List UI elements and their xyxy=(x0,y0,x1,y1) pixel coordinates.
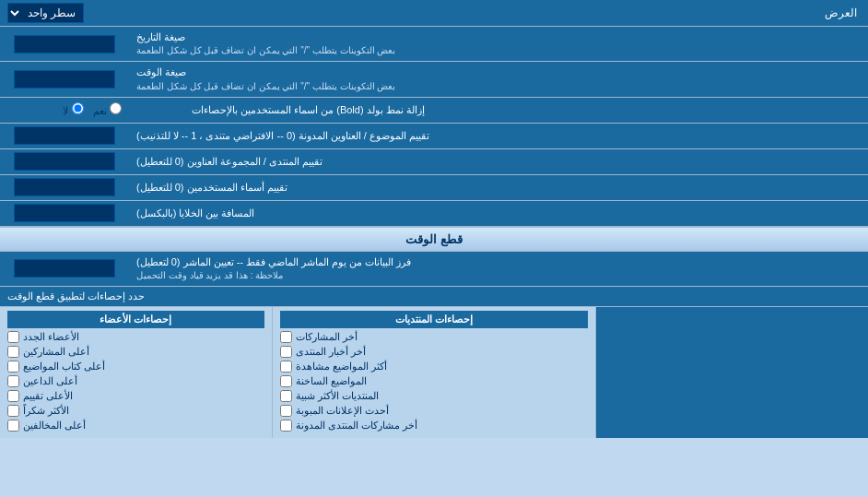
time-format-input[interactable]: H:i xyxy=(14,70,115,89)
checkbox-similar-forums[interactable] xyxy=(280,390,292,402)
checkbox-item-new-members: الأعضاء الجدد xyxy=(7,331,264,343)
checkbox-top-writers[interactable] xyxy=(7,361,19,373)
checkbox-item-forum-pinned: أخر مشاركات المنتدى المدونة xyxy=(280,420,589,432)
checkbox-forum-pinned[interactable] xyxy=(280,420,292,432)
checkbox-top-posters[interactable] xyxy=(7,346,19,358)
forum-group-order-input[interactable]: 33 xyxy=(14,152,115,171)
date-format-row: صيغة التاريخ بعض التكوينات يتطلب "/" الت… xyxy=(0,27,868,62)
checkbox-item-last-posts: أخر المشاركات xyxy=(280,331,589,343)
usernames-order-label: تقييم أسماء المستخدمين (0 للتعطيل) xyxy=(129,175,868,200)
checkbox-forum-news[interactable] xyxy=(280,346,292,358)
posts-stats-col: إحصاءات المنتديات أخر المشاركات أخر أخبا… xyxy=(272,307,596,438)
cutoff-label-sub: ملاحظة : هذا قد يزيد قياد وقت التحميل xyxy=(136,269,283,282)
date-format-input-wrap: d-m xyxy=(0,27,129,61)
posts-distance-row: المسافة بين الخلايا (بالبكسل) 2 xyxy=(0,201,868,227)
checkbox-item-classified-ads: أحدث الإعلانات المبوبة xyxy=(280,405,589,417)
checkbox-item-top-writers: أعلى كتاب المواضيع xyxy=(7,361,264,373)
checkbox-last-posts[interactable] xyxy=(280,331,292,343)
cutoff-label: فرز البيانات من يوم الماشر الماضي فقط --… xyxy=(129,252,868,286)
checkbox-item-top-posters: أعلى المشاركين xyxy=(7,346,264,358)
label-top-writers: أعلى كتاب المواضيع xyxy=(23,361,105,373)
checkbox-top-violators[interactable] xyxy=(7,420,19,432)
forum-group-order-input-wrap: 33 xyxy=(0,149,129,174)
bold-remove-no-label: لا xyxy=(63,102,83,117)
label-top-violators: أعلى المخالفين xyxy=(23,420,86,432)
checkbox-item-top-inviters: أعلى الداعين xyxy=(7,375,264,387)
time-format-row: صيغة الوقت بعض التكوينات يتطلب "/" التي … xyxy=(0,62,868,97)
usernames-order-row: تقييم أسماء المستخدمين (0 للتعطيل) 0 xyxy=(0,175,868,201)
cutoff-input-wrap: 0 xyxy=(0,252,129,286)
checkbox-item-most-viewed: أكثر المواضيع مشاهدة xyxy=(280,361,589,373)
posts-distance-label: المسافة بين الخلايا (بالبكسل) xyxy=(129,201,868,226)
members-stats-col: إحصاءات الأعضاء الأعضاء الجدد أعلى المشا… xyxy=(0,307,272,438)
top-header-row: العرض سطر واحد سطران ثلاثة أسطر xyxy=(0,0,868,27)
checkbox-most-viewed[interactable] xyxy=(280,361,292,373)
label-new-members: الأعضاء الجدد xyxy=(23,331,79,343)
bold-remove-yes-label: نعم xyxy=(93,102,122,117)
forum-group-order-label: تقييم المنتدى / المجموعة العناوين (0 للت… xyxy=(129,149,868,174)
date-format-input[interactable]: d-m xyxy=(14,35,115,53)
forum-group-order-row: تقييم المنتدى / المجموعة العناوين (0 للت… xyxy=(0,149,868,175)
checkbox-classified-ads[interactable] xyxy=(280,405,292,417)
usernames-order-input-wrap: 0 xyxy=(0,175,129,200)
bold-remove-yes-radio[interactable] xyxy=(110,102,122,114)
label-similar-forums: المنتديات الأكثر شبية xyxy=(296,390,379,402)
header-title: العرض xyxy=(91,3,868,23)
checkbox-item-similar-forums: المنتديات الأكثر شبية xyxy=(280,390,589,402)
cutoff-input[interactable]: 0 xyxy=(14,259,115,278)
checkbox-new-members[interactable] xyxy=(7,331,19,343)
checkbox-item-hot-topics: المواضيع الساخنة xyxy=(280,375,589,387)
time-format-label-main: صيغة الوقت xyxy=(136,65,186,79)
checkbox-top-rated[interactable] xyxy=(7,390,19,402)
checkbox-item-top-rated: الأعلى تقييم xyxy=(7,390,264,402)
members-stats-header: إحصاءات الأعضاء xyxy=(7,311,264,328)
topics-order-label: تقييم الموضوع / العناوين المدونة (0 -- ا… xyxy=(129,124,868,148)
label-top-rated: الأعلى تقييم xyxy=(23,390,73,402)
checkboxes-area: إحصاءات المنتديات أخر المشاركات أخر أخبا… xyxy=(0,306,868,438)
bold-remove-no-radio[interactable] xyxy=(72,102,84,114)
label-last-posts: أخر المشاركات xyxy=(296,331,358,343)
label-top-posters: أعلى المشاركين xyxy=(23,346,89,358)
bold-remove-label: إزالة نمط بولد (Bold) من اسماء المستخدمي… xyxy=(184,98,868,123)
posts-distance-input-wrap: 2 xyxy=(0,201,129,226)
stats-apply-label: حدد إحصاءات لتطبيق قطع الوقت xyxy=(7,290,145,302)
label-most-viewed: أكثر المواضيع مشاهدة xyxy=(296,361,387,373)
topics-order-row: تقييم الموضوع / العناوين المدونة (0 -- ا… xyxy=(0,124,868,149)
checkbox-most-thanked[interactable] xyxy=(7,405,19,417)
cutoff-row: فرز البيانات من يوم الماشر الماضي فقط --… xyxy=(0,252,868,287)
checkbox-top-inviters[interactable] xyxy=(7,375,19,387)
date-format-label: صيغة التاريخ بعض التكوينات يتطلب "/" الت… xyxy=(129,27,868,61)
label-hot-topics: المواضيع الساخنة xyxy=(296,375,367,387)
bold-remove-radio-wrap: نعم لا xyxy=(0,98,184,123)
stats-spacer-col xyxy=(595,307,868,438)
time-format-label-sub: بعض التكوينات يتطلب "/" التي يمكن ان تضا… xyxy=(136,80,395,93)
line-display-select[interactable]: سطر واحد سطران ثلاثة أسطر xyxy=(7,3,84,23)
date-format-label-sub: بعض التكوينات يتطلب "/" التي يمكن ان تضا… xyxy=(136,44,395,57)
checkbox-item-most-thanked: الأكثر شكراً xyxy=(7,405,264,417)
checkbox-hot-topics[interactable] xyxy=(280,375,292,387)
label-most-thanked: الأكثر شكراً xyxy=(23,405,69,417)
posts-distance-input[interactable]: 2 xyxy=(14,204,115,222)
label-forum-news: أخر أخبار المنتدى xyxy=(296,346,366,358)
checkbox-item-top-violators: أعلى المخالفين xyxy=(7,420,264,432)
topics-order-input[interactable]: 33 xyxy=(14,126,115,145)
time-format-label: صيغة الوقت بعض التكوينات يتطلب "/" التي … xyxy=(129,62,868,96)
cutoff-section-header: قطع الوقت xyxy=(0,227,868,252)
bold-remove-radio-group: نعم لا xyxy=(55,101,128,119)
usernames-order-input[interactable]: 0 xyxy=(14,178,115,196)
date-format-label-main: صيغة التاريخ xyxy=(136,30,185,44)
line-display-control[interactable]: سطر واحد سطران ثلاثة أسطر xyxy=(0,0,91,26)
posts-stats-header: إحصاءات المنتديات xyxy=(280,311,589,328)
label-top-inviters: أعلى الداعين xyxy=(23,375,77,387)
main-container: العرض سطر واحد سطران ثلاثة أسطر صيغة الت… xyxy=(0,0,868,438)
time-format-input-wrap: H:i xyxy=(0,62,129,96)
cutoff-label-main: فرز البيانات من يوم الماشر الماضي فقط --… xyxy=(136,255,411,269)
checkbox-item-forum-news: أخر أخبار المنتدى xyxy=(280,346,589,358)
stats-apply-row: حدد إحصاءات لتطبيق قطع الوقت xyxy=(0,287,868,306)
bold-remove-row: إزالة نمط بولد (Bold) من اسماء المستخدمي… xyxy=(0,98,868,124)
topics-order-input-wrap: 33 xyxy=(0,124,129,148)
label-classified-ads: أحدث الإعلانات المبوبة xyxy=(296,405,389,417)
label-forum-pinned: أخر مشاركات المنتدى المدونة xyxy=(296,420,417,432)
